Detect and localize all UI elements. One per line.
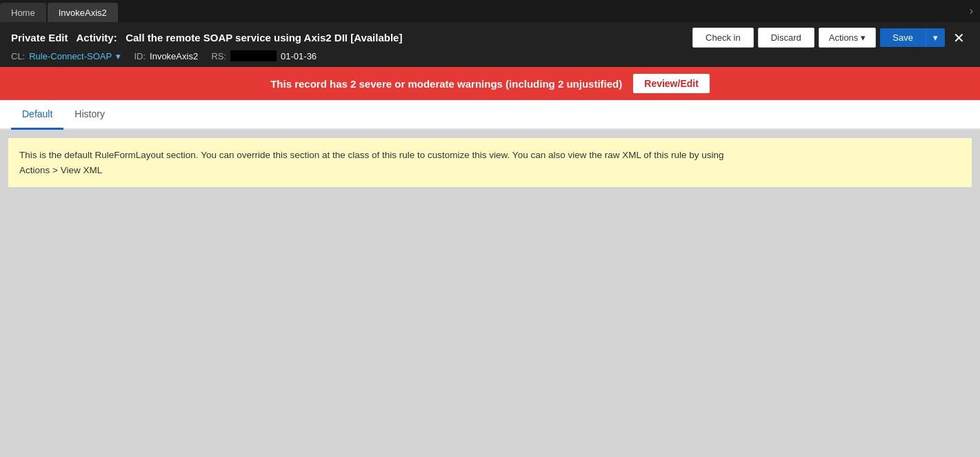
cl-label: CL:: [11, 51, 25, 61]
cl-value[interactable]: Rule-Connect-SOAP: [29, 51, 112, 61]
save-button[interactable]: Save: [880, 28, 926, 47]
header-buttons: Check in Discard Actions ▾ Save ▾ ✕: [692, 28, 969, 48]
checkin-button[interactable]: Check in: [692, 28, 754, 48]
tab-nav-default-label: Default: [22, 108, 52, 119]
tab-home[interactable]: Home: [0, 3, 46, 22]
tab-bar: Home InvokeAxis2 ›: [0, 0, 980, 22]
tab-nav-history-label: History: [74, 108, 105, 119]
close-button[interactable]: ✕: [949, 30, 969, 46]
tab-nav-default[interactable]: Default: [11, 100, 63, 130]
review-edit-button[interactable]: Review/Edit: [633, 74, 710, 93]
tab-invoke-axis2[interactable]: InvokeAxis2: [48, 3, 118, 22]
tab-bar-chevron[interactable]: ›: [963, 0, 980, 22]
header-meta: CL: Rule-Connect-SOAP ▾ ID: InvokeAxis2 …: [11, 50, 969, 61]
header-activity-name: Call the remote SOAP service using Axis2…: [126, 32, 402, 43]
rs-value: ██████: [230, 50, 277, 61]
header: Private Edit Activity: Call the remote S…: [0, 22, 980, 67]
tab-nav-history[interactable]: History: [63, 100, 116, 130]
id-value: InvokeAxis2: [150, 51, 198, 61]
chevron-icon: ›: [970, 0, 973, 22]
id-label: ID:: [134, 51, 146, 61]
info-box-line1: This is the default RuleFormLayout secti…: [19, 150, 724, 160]
save-group: Save ▾: [880, 28, 945, 47]
tab-invoke-axis2-label: InvokeAxis2: [59, 8, 107, 18]
cl-dropdown-icon[interactable]: ▾: [116, 51, 121, 61]
header-mode: Private Edit: [11, 32, 68, 43]
header-title: Private Edit Activity: Call the remote S…: [11, 32, 402, 43]
actions-button[interactable]: Actions ▾: [819, 28, 877, 48]
save-dropdown-icon: ▾: [933, 32, 938, 43]
actions-chevron-icon: ▾: [861, 32, 866, 43]
actions-label: Actions: [829, 32, 859, 43]
discard-button[interactable]: Discard: [758, 28, 814, 48]
rs-label: RS:: [211, 51, 226, 61]
rs-date: 01-01-36: [281, 51, 317, 61]
tab-home-label: Home: [11, 8, 35, 18]
header-top: Private Edit Activity: Call the remote S…: [11, 28, 969, 48]
save-dropdown-button[interactable]: ▾: [926, 28, 945, 47]
tab-extra[interactable]: [121, 3, 143, 22]
info-box-line2: Actions > View XML: [19, 165, 102, 175]
tabs-nav: Default History: [0, 100, 980, 130]
warning-text: This record has 2 severe or moderate war…: [270, 78, 622, 90]
main-content: [0, 195, 980, 457]
warning-banner: This record has 2 severe or moderate war…: [0, 67, 980, 100]
info-box: This is the default RuleFormLayout secti…: [8, 138, 972, 187]
header-activity-label: Activity:: [76, 32, 117, 43]
